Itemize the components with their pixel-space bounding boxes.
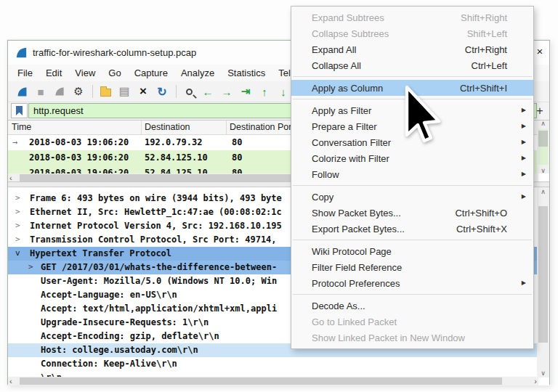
menu-item-show-linked-packet-in-new-window[interactable]: Show Linked Packet in New Window — [291, 330, 533, 346]
menu-separator — [293, 185, 532, 186]
packet-list-vscrollbar[interactable]: ∧ ∨ — [537, 121, 549, 173]
filter-bookmark-button[interactable] — [11, 103, 28, 118]
collapse-chevron-icon[interactable]: v — [15, 248, 20, 258]
cell-time: 2018-08-03 19:06:20 — [29, 168, 129, 173]
menu-item-export-packet-bytes[interactable]: Export Packet Bytes...Ctrl+Shift+X — [291, 221, 533, 237]
start-capture-icon[interactable] — [13, 83, 31, 99]
menu-item-expand-subtrees[interactable]: Expand SubtreesShift+Right — [291, 9, 533, 25]
hscroll-thumb[interactable] — [20, 377, 502, 385]
scroll-up-icon[interactable]: ∧ — [537, 188, 549, 195]
menu-view[interactable]: View — [68, 65, 102, 81]
expand-chevron-icon[interactable]: > — [15, 193, 20, 203]
menu-analyze[interactable]: Analyze — [174, 65, 221, 81]
window-close-button[interactable]: × — [532, 41, 548, 62]
submenu-arrow-icon: ▶ — [522, 193, 526, 200]
menu-item-decode-as[interactable]: Decode As... — [291, 298, 533, 314]
menu-item-show-packet-bytes[interactable]: Show Packet Bytes...Ctrl+Shift+O — [291, 205, 533, 221]
detail-line[interactable]: Connection: Keep-Alive\r\n — [8, 357, 538, 371]
submenu-arrow-icon: ▶ — [522, 279, 526, 286]
cell-port: 80 — [232, 168, 242, 173]
cell-destination: 52.84.125.10 — [145, 152, 208, 163]
menu-file[interactable]: File — [11, 65, 39, 81]
menu-item-collapse-all[interactable]: Collapse AllCtrl+Left — [291, 57, 533, 73]
menu-go[interactable]: Go — [102, 65, 127, 81]
scroll-down-icon[interactable]: ∨ — [537, 369, 549, 377]
window-title: traffic-for-wireshark-column-setup.pcap — [33, 41, 196, 65]
expand-chevron-icon[interactable]: > — [15, 234, 20, 244]
restart-capture-icon[interactable] — [51, 83, 68, 99]
go-forward-icon[interactable]: → — [218, 83, 235, 99]
column-divider[interactable] — [141, 121, 142, 135]
menu-statistics[interactable]: Statistics — [221, 65, 272, 81]
cell-destination: 192.0.79.32 — [145, 137, 202, 147]
cell-destination: 52.84.125.10 — [145, 168, 208, 173]
save-file-icon[interactable]: ▤ — [116, 83, 133, 99]
add-filter-button[interactable]: + — [533, 103, 547, 118]
cell-time: 2018-08-03 19:06:20 — [29, 152, 129, 163]
menu-item-follow[interactable]: Follow▶ — [291, 166, 533, 182]
column-destination-port[interactable]: Destination Port — [230, 122, 294, 132]
submenu-arrow-icon: ▶ — [522, 139, 526, 145]
scroll-left-icon[interactable]: ‹ — [9, 173, 12, 182]
vscroll-thumb[interactable] — [538, 131, 548, 147]
menu-separator — [293, 294, 532, 295]
menu-item-protocol-preferences[interactable]: Protocol Preferences▶ — [291, 275, 533, 291]
column-time[interactable]: Time — [12, 122, 31, 132]
menu-item-copy[interactable]: Copy▶ — [291, 189, 533, 205]
vscroll-thumb[interactable] — [538, 206, 548, 343]
go-back-icon[interactable]: ← — [199, 83, 217, 99]
scroll-up-icon[interactable]: ∧ — [537, 120, 549, 127]
submenu-arrow-icon: ▶ — [522, 171, 526, 177]
bookmark-icon — [16, 106, 23, 115]
submenu-arrow-icon: ▶ — [522, 107, 526, 113]
desktop: traffic-for-wireshark-column-setup.pcap … — [0, 0, 558, 392]
menu-item-colorize-with-filter[interactable]: Colorize with Filter▶ — [291, 150, 533, 166]
menu-edit[interactable]: Edit — [39, 65, 68, 81]
menu-item-filter-field-reference[interactable]: Filter Field Reference — [291, 259, 533, 275]
first-packet-arrow-icon: → — [12, 137, 17, 147]
menu-item-expand-all[interactable]: Expand AllCtrl+Right — [291, 41, 533, 57]
stop-capture-icon[interactable]: ■ — [32, 83, 49, 99]
reload-icon[interactable]: ↻ — [153, 83, 171, 99]
open-file-icon[interactable] — [97, 83, 114, 99]
find-packet-icon[interactable] — [180, 83, 198, 99]
cell-time: 2018-08-03 19:06:20 — [29, 137, 129, 147]
details-vscrollbar[interactable]: ∧ ∨ — [537, 187, 549, 377]
menu-separator — [293, 240, 532, 240]
cell-port: 80 — [232, 152, 242, 163]
scroll-right-icon[interactable]: › — [534, 377, 537, 385]
expand-chevron-icon[interactable]: > — [15, 207, 20, 216]
toolbar-separator — [176, 85, 177, 98]
close-file-icon[interactable]: × — [134, 83, 152, 99]
menu-item-collapse-subtrees[interactable]: Collapse SubtreesShift+Left — [291, 25, 533, 41]
scroll-down-icon[interactable]: ∨ — [537, 167, 549, 174]
submenu-arrow-icon: ▶ — [522, 123, 526, 129]
mouse-cursor — [404, 86, 446, 152]
toolbar-separator — [92, 85, 93, 98]
details-hscrollbar[interactable]: ‹ › — [8, 377, 538, 385]
go-to-bottom-icon[interactable]: ↓ — [275, 83, 292, 99]
column-divider[interactable] — [226, 121, 227, 135]
expand-chevron-icon[interactable]: > — [28, 262, 33, 271]
wireshark-logo-icon — [15, 46, 28, 60]
column-destination[interactable]: Destination — [145, 122, 190, 132]
expand-chevron-icon[interactable]: > — [15, 221, 20, 230]
menu-item-go-to-linked-packet[interactable]: Go to Linked Packet — [291, 314, 533, 330]
context-menu: Expand SubtreesShift+Right Collapse Subt… — [291, 6, 534, 349]
menu-separator — [293, 76, 532, 77]
capture-options-icon[interactable]: ⚙ — [70, 83, 87, 99]
cell-port: 80 — [232, 137, 242, 147]
go-to-top-icon[interactable]: ↑ — [256, 83, 273, 99]
scroll-left-icon[interactable]: ‹ — [9, 377, 12, 385]
menu-item-wiki-protocol-page[interactable]: Wiki Protocol Page — [291, 243, 533, 259]
menu-capture[interactable]: Capture — [128, 65, 174, 81]
submenu-arrow-icon: ▶ — [522, 155, 526, 161]
go-to-packet-icon[interactable]: ⇥ — [237, 83, 254, 99]
